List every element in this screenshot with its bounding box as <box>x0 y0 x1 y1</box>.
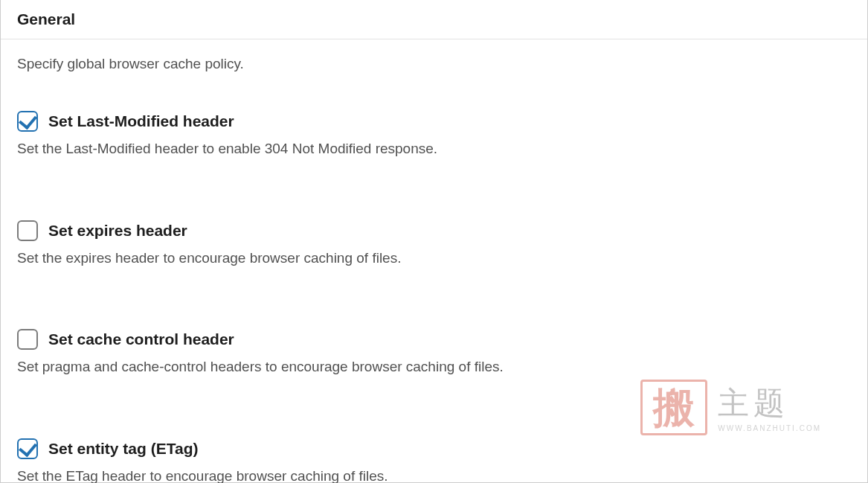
option-label[interactable]: Set expires header <box>48 222 187 240</box>
option-row: Set entity tag (ETag) <box>17 438 851 459</box>
option-last-modified: Set Last-Modified header Set the Last-Mo… <box>17 111 851 159</box>
panel-title: General <box>17 10 851 28</box>
option-row: Set cache control header <box>17 329 851 350</box>
panel-description: Specify global browser cache policy. <box>17 56 851 72</box>
option-description: Set pragma and cache-control headers to … <box>17 357 851 377</box>
option-label[interactable]: Set cache control header <box>48 330 234 348</box>
checkbox-expires[interactable] <box>17 220 38 241</box>
option-description: Set the expires header to encourage brow… <box>17 249 851 269</box>
checkbox-last-modified[interactable] <box>17 111 38 132</box>
option-row: Set Last-Modified header <box>17 111 851 132</box>
option-description: Set the ETag header to encourage browser… <box>17 467 851 483</box>
panel-body: Specify global browser cache policy. Set… <box>1 39 867 483</box>
option-row: Set expires header <box>17 220 851 241</box>
option-label[interactable]: Set Last-Modified header <box>48 112 234 130</box>
option-etag: Set entity tag (ETag) Set the ETag heade… <box>17 438 851 483</box>
checkbox-etag[interactable] <box>17 438 38 459</box>
option-cache-control: Set cache control header Set pragma and … <box>17 329 851 377</box>
option-expires: Set expires header Set the expires heade… <box>17 220 851 269</box>
checkbox-cache-control[interactable] <box>17 329 38 350</box>
option-description: Set the Last-Modified header to enable 3… <box>17 139 851 159</box>
settings-panel: General Specify global browser cache pol… <box>0 0 868 483</box>
panel-header: General <box>1 0 867 39</box>
option-label[interactable]: Set entity tag (ETag) <box>48 440 198 458</box>
